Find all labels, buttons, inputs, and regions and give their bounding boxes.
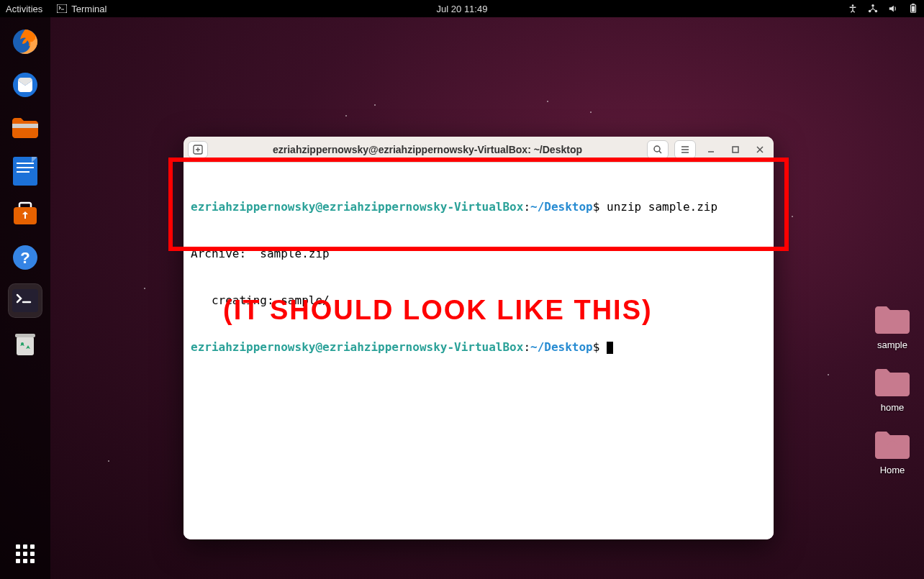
maximize-button[interactable] [726,140,745,159]
dock: ? [0,17,50,579]
dock-help[interactable]: ? [8,240,42,275]
desktop-folder-sample[interactable]: sample [872,302,912,350]
accessibility-icon[interactable] [848,4,858,14]
terminal-content[interactable]: ezriahzippernowsky@ezriahzippernowsky-Vi… [184,163,774,539]
svg-rect-19 [17,337,34,355]
close-button[interactable] [751,140,769,159]
svg-rect-20 [15,334,35,337]
new-tab-button[interactable] [188,141,208,158]
svg-rect-12 [17,163,34,164]
show-apps-button[interactable] [0,529,50,579]
activities-button[interactable]: Activities [6,4,42,14]
battery-icon[interactable] [908,4,918,14]
terminal-icon [57,4,67,13]
svg-point-1 [852,4,854,6]
dock-writer[interactable] [8,154,42,188]
prompt-line-1: ezriahzippernowsky@ezriahzippernowsky-Vi… [184,199,774,215]
volume-icon[interactable] [888,4,898,14]
titlebar[interactable]: ezriahzippernowsky@ezriahzippernowsky-Vi… [184,137,774,163]
window-title: ezriahzippernowsky@ezriahzippernowsky-Vi… [214,144,641,155]
desktop-item-label: sample [877,339,907,350]
apps-grid-icon [16,544,35,563]
svg-rect-7 [912,6,915,12]
search-button[interactable] [647,140,669,159]
dock-software[interactable] [8,197,42,232]
svg-point-2 [871,4,874,7]
desktop-home[interactable]: Home [872,427,912,475]
svg-rect-10 [12,124,38,128]
svg-point-23 [654,146,660,152]
prompt-line-2: ezriahzippernowsky@ezriahzippernowsky-Vi… [184,339,774,355]
svg-rect-14 [17,171,30,173]
desktop-icons: sample home Home [872,302,912,475]
dock-files[interactable] [8,111,42,145]
terminal-window: ezriahzippernowsky@ezriahzippernowsky-Vi… [184,137,774,539]
desktop-item-label: Home [880,465,905,475]
svg-rect-24 [733,147,738,152]
network-icon[interactable] [868,4,878,14]
top-bar: Activities Terminal Jul 20 11:49 [0,0,924,17]
svg-rect-6 [912,4,915,5]
svg-rect-13 [17,167,34,168]
annotation-text: (IT SHOULD LOOK LIKE THIS) [223,295,653,326]
command-text: unzip sample.zip [607,200,717,214]
svg-rect-0 [57,4,67,13]
dock-firefox[interactable] [8,24,42,59]
desktop-item-label: home [881,402,905,413]
minimize-button[interactable] [702,140,720,159]
cursor [607,342,613,354]
desktop-folder-home-lc[interactable]: home [872,365,912,413]
dock-terminal[interactable] [8,283,42,318]
output-line: Archive: sample.zip [184,246,774,262]
svg-rect-18 [12,289,38,312]
dock-thunderbird[interactable] [8,68,42,102]
dock-trash[interactable] [8,327,42,361]
menu-button[interactable] [674,140,696,159]
clock[interactable]: Jul 20 11:49 [437,4,488,14]
current-app[interactable]: Terminal [57,4,107,14]
svg-text:?: ? [20,249,30,267]
